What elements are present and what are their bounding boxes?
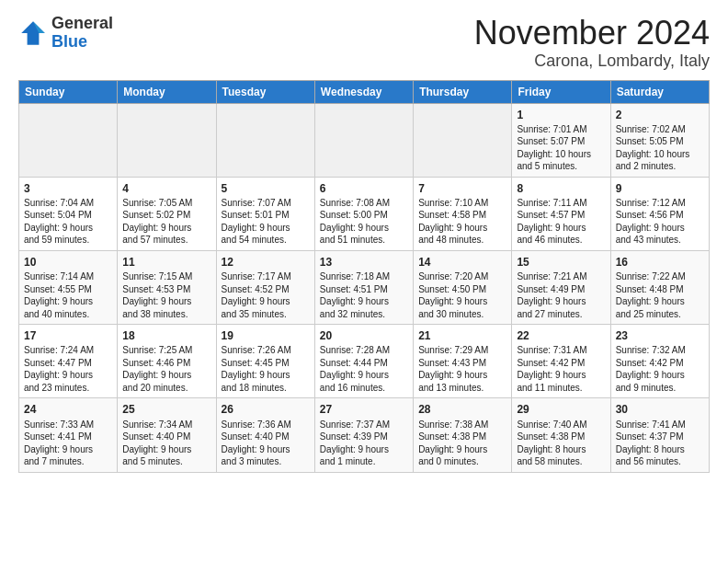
column-header-monday: Monday [118, 80, 216, 103]
day-info: Daylight: 9 hours [320, 443, 408, 456]
day-info: and 30 minutes. [418, 308, 506, 321]
column-header-wednesday: Wednesday [314, 80, 413, 103]
day-info: and 20 minutes. [122, 382, 210, 395]
calendar-body: 1Sunrise: 7:01 AMSunset: 5:07 PMDaylight… [19, 103, 710, 472]
day-info: Sunrise: 7:38 AM [418, 419, 506, 431]
day-info: Daylight: 8 hours [517, 443, 605, 456]
day-info: and 25 minutes. [616, 308, 704, 321]
day-cell [118, 103, 216, 177]
day-info: and 58 minutes. [517, 455, 605, 468]
day-info: Daylight: 9 hours [222, 222, 310, 235]
day-number: 10 [24, 255, 112, 270]
day-info: and 32 minutes. [320, 308, 408, 321]
day-cell: 27Sunrise: 7:37 AMSunset: 4:39 PMDayligh… [314, 398, 413, 472]
day-info: Sunset: 4:39 PM [320, 431, 408, 443]
day-number: 14 [418, 255, 506, 270]
day-cell: 8Sunrise: 7:11 AMSunset: 4:57 PMDaylight… [512, 177, 610, 250]
header: General Blue November 2024 Carona, Lomba… [18, 15, 710, 71]
day-info: and 59 minutes. [24, 234, 112, 247]
day-info: and 46 minutes. [517, 234, 605, 247]
day-info: Daylight: 9 hours [122, 369, 210, 382]
day-info: and 9 minutes. [616, 382, 704, 395]
day-number: 20 [320, 328, 408, 343]
day-info: Sunrise: 7:04 AM [24, 197, 112, 210]
week-row-5: 24Sunrise: 7:33 AMSunset: 4:41 PMDayligh… [19, 398, 710, 472]
day-cell: 24Sunrise: 7:33 AMSunset: 4:41 PMDayligh… [19, 398, 118, 472]
day-cell: 12Sunrise: 7:17 AMSunset: 4:52 PMDayligh… [216, 250, 314, 324]
day-number: 16 [616, 255, 704, 270]
day-number: 9 [616, 181, 704, 196]
day-number: 4 [122, 181, 210, 196]
day-info: Daylight: 9 hours [418, 222, 506, 235]
day-info: and 54 minutes. [222, 234, 310, 247]
day-info: Sunset: 4:47 PM [24, 357, 112, 370]
day-info: Daylight: 9 hours [616, 222, 704, 235]
day-number: 8 [517, 181, 605, 196]
day-info: Daylight: 9 hours [418, 295, 506, 308]
day-info: Sunrise: 7:21 AM [517, 270, 605, 283]
day-info: Daylight: 9 hours [122, 295, 210, 308]
day-info: Sunrise: 7:08 AM [320, 197, 408, 210]
day-info: Daylight: 8 hours [616, 443, 704, 456]
day-info: Sunset: 4:41 PM [24, 431, 112, 443]
day-info: Sunrise: 7:41 AM [616, 419, 704, 431]
day-number: 1 [517, 108, 605, 122]
day-info: Sunset: 4:40 PM [122, 431, 210, 443]
day-info: Sunset: 4:50 PM [418, 283, 506, 296]
day-info: and 16 minutes. [320, 382, 408, 395]
day-cell: 22Sunrise: 7:31 AMSunset: 4:42 PMDayligh… [512, 325, 610, 398]
day-info: Daylight: 9 hours [24, 369, 112, 382]
day-info: Sunrise: 7:18 AM [320, 270, 408, 283]
day-cell: 13Sunrise: 7:18 AMSunset: 4:51 PMDayligh… [314, 250, 413, 324]
day-info: and 13 minutes. [418, 382, 506, 395]
day-info: Daylight: 9 hours [517, 369, 605, 382]
column-header-saturday: Saturday [610, 80, 709, 103]
logo-icon [18, 18, 48, 48]
day-info: and 43 minutes. [616, 234, 704, 247]
day-number: 18 [122, 328, 210, 343]
day-cell: 1Sunrise: 7:01 AMSunset: 5:07 PMDaylight… [512, 103, 610, 177]
day-info: Sunset: 4:48 PM [616, 283, 704, 296]
header-row: SundayMondayTuesdayWednesdayThursdayFrid… [19, 80, 710, 103]
logo: General Blue [18, 15, 113, 52]
day-number: 13 [320, 255, 408, 270]
day-cell: 9Sunrise: 7:12 AMSunset: 4:56 PMDaylight… [610, 177, 709, 250]
week-row-3: 10Sunrise: 7:14 AMSunset: 4:55 PMDayligh… [19, 250, 710, 324]
day-info: Daylight: 9 hours [24, 222, 112, 235]
day-cell: 7Sunrise: 7:10 AMSunset: 4:58 PMDaylight… [414, 177, 512, 250]
day-info: Sunset: 4:38 PM [517, 431, 605, 443]
day-info: Sunset: 4:45 PM [222, 357, 310, 370]
day-info: Sunrise: 7:25 AM [122, 344, 210, 357]
day-number: 24 [24, 402, 112, 417]
day-info: Sunrise: 7:40 AM [517, 419, 605, 431]
month-title: November 2024 [474, 15, 710, 52]
day-cell [414, 103, 512, 177]
day-info: and 48 minutes. [418, 234, 506, 247]
day-info: Sunrise: 7:01 AM [517, 123, 605, 136]
day-cell: 25Sunrise: 7:34 AMSunset: 4:40 PMDayligh… [118, 398, 216, 472]
day-cell: 30Sunrise: 7:41 AMSunset: 4:37 PMDayligh… [610, 398, 709, 472]
day-info: and 11 minutes. [517, 382, 605, 395]
day-number: 23 [616, 328, 704, 343]
day-info: Daylight: 9 hours [320, 295, 408, 308]
day-info: Sunrise: 7:10 AM [418, 197, 506, 210]
day-info: and 18 minutes. [222, 382, 310, 395]
day-info: and 38 minutes. [122, 308, 210, 321]
day-cell: 26Sunrise: 7:36 AMSunset: 4:40 PMDayligh… [216, 398, 314, 472]
day-info: Sunrise: 7:24 AM [24, 344, 112, 357]
day-info: Sunset: 5:07 PM [517, 135, 605, 148]
day-info: Sunrise: 7:33 AM [24, 419, 112, 431]
day-cell: 15Sunrise: 7:21 AMSunset: 4:49 PMDayligh… [512, 250, 610, 324]
day-cell [216, 103, 314, 177]
logo-text: General Blue [51, 15, 113, 52]
day-info: Daylight: 9 hours [320, 222, 408, 235]
day-number: 28 [418, 402, 506, 417]
day-info: Sunset: 4:55 PM [24, 283, 112, 296]
day-number: 21 [418, 328, 506, 343]
day-cell: 17Sunrise: 7:24 AMSunset: 4:47 PMDayligh… [19, 325, 118, 398]
day-info: and 3 minutes. [222, 455, 310, 468]
day-number: 30 [616, 402, 704, 417]
day-info: Sunset: 4:53 PM [122, 283, 210, 296]
day-info: Sunset: 4:49 PM [517, 283, 605, 296]
day-info: Sunset: 4:42 PM [616, 357, 704, 370]
